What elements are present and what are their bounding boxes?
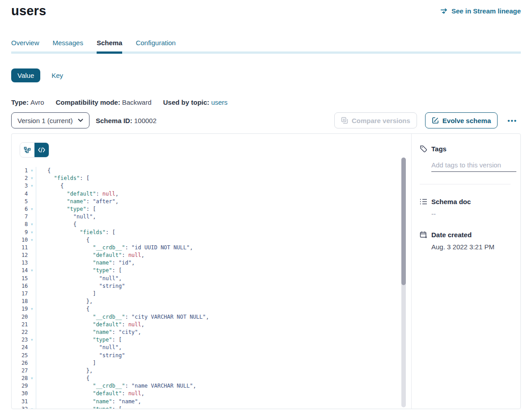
line-number: 8 [12,221,28,228]
line-number: 15 [12,275,28,282]
code-line: }, [47,298,209,305]
fold-arrow-icon[interactable]: ▾ [28,205,36,213]
editor-scrollbar-track[interactable] [401,158,406,407]
code-line: { [47,236,209,244]
tag-icon [420,145,427,153]
gutter-line: 28▾ [12,375,36,382]
fold-spacer [28,321,36,329]
tab-overview[interactable]: Overview [11,39,39,54]
gutter-line: 27 [12,367,36,375]
line-number: 21 [12,321,28,329]
fold-arrow-icon[interactable]: ▾ [28,229,36,236]
fold-spacer [28,390,36,397]
code-line: "type": [ [47,205,209,213]
editor-scrollbar-thumb[interactable] [401,158,406,285]
topic-link[interactable]: users [211,98,228,106]
tab-messages[interactable]: Messages [53,39,83,54]
line-number: 24 [12,344,28,351]
line-number: 16 [12,282,28,290]
line-number: 23 [12,336,28,344]
code-line: ] [47,359,209,367]
fold-spacer [28,213,36,221]
code-line: "__crdb__": "name VARCHAR NULL", [47,382,209,390]
fold-spacer [28,190,36,198]
code-line: "__crdb__": "id UUID NOT NULL", [47,244,209,252]
date-created-section: Date created Aug. 3 2022 3:21 PM [420,231,511,251]
schema-code-pane: 1▾2▾3▾456▾78▾9▾10▾11121314▾1516171819▾20… [12,134,411,409]
schema-meta-row: Type:Avro Compatibility mode:Backward Us… [11,98,521,106]
tree-view-icon [24,146,31,154]
fold-arrow-icon[interactable]: ▾ [28,221,36,228]
code-view-icon [38,147,45,153]
line-number: 26 [12,359,28,367]
gutter-line: 22 [12,329,36,336]
line-number: 27 [12,367,28,375]
evolve-schema-button[interactable]: Evolve schema [425,112,498,128]
tab-bar: Overview Messages Schema Configuration [11,39,521,54]
key-toggle-link[interactable]: Key [51,72,63,79]
chevron-down-icon [78,119,83,122]
code-line: "name": "name", [47,398,209,406]
date-created-value: Aug. 3 2022 3:21 PM [431,243,511,251]
line-number: 28 [12,375,28,382]
gutter-line: 10▾ [12,236,36,244]
tags-heading: Tags [420,145,511,153]
code-line: "default": null, [47,252,209,259]
fold-spacer [28,290,36,298]
more-actions-button[interactable]: ••• [504,115,521,126]
version-select[interactable]: Version 1 (current) [11,112,89,128]
fold-arrow-icon[interactable]: ▾ [28,375,36,382]
fold-arrow-icon[interactable]: ▾ [28,236,36,244]
gutter-line: 29 [12,382,36,390]
code-line: "type": [ [47,336,209,344]
gutter-line: 11 [12,244,36,252]
code-line: "default": null, [47,390,209,397]
gutter-line: 8▾ [12,221,36,228]
gutter-line: 25 [12,352,36,359]
evolve-schema-icon [432,117,439,124]
code-view-button[interactable] [34,143,49,157]
add-tags-input[interactable] [431,161,516,172]
line-number: 25 [12,352,28,359]
tab-schema[interactable]: Schema [97,39,123,54]
fold-arrow-icon[interactable]: ▾ [28,167,36,175]
line-number: 6 [12,205,28,213]
tab-configuration[interactable]: Configuration [136,39,175,54]
code-line: "null", [47,344,209,351]
list-icon [420,198,427,205]
code-line: { [47,167,209,175]
line-number: 9 [12,229,28,236]
fold-arrow-icon[interactable]: ▾ [28,336,36,344]
value-toggle-button[interactable]: Value [11,68,40,82]
code-line: "fields": [ [47,175,209,182]
fold-arrow-icon[interactable]: ▾ [28,267,36,274]
fold-spacer [28,198,36,205]
gutter-line: 16 [12,282,36,290]
page-title: users [11,4,46,18]
code-lines: { "fields": [ { "default": null, "name":… [36,167,209,409]
tree-view-button[interactable] [20,143,34,157]
line-number: 20 [12,313,28,321]
line-number: 18 [12,298,28,305]
fold-arrow-icon[interactable]: ▾ [28,305,36,313]
fold-spacer [28,398,36,406]
sidebar-divider [420,184,511,184]
schema-json-editor[interactable]: 1▾2▾3▾456▾78▾9▾10▾11121314▾1516171819▾20… [12,167,411,409]
gutter-line: 4 [12,190,36,198]
line-number: 11 [12,244,28,252]
gutter-line: 26 [12,359,36,367]
fold-arrow-icon[interactable]: ▾ [28,182,36,190]
fold-arrow-icon[interactable]: ▾ [28,406,36,409]
gutter-line: 3▾ [12,182,36,190]
date-created-heading: Date created [420,231,511,239]
code-line: "name": "after", [47,198,209,205]
code-line: ] [47,290,209,298]
used-by-topic-field: Used by topic:users [163,98,228,106]
gutter-line: 5 [12,198,36,205]
compare-versions-icon [341,117,348,124]
fold-arrow-icon[interactable]: ▾ [28,175,36,182]
see-in-stream-lineage-link[interactable]: See in Stream lineage [440,7,521,15]
code-line: "type": [ [47,267,209,274]
schema-sidebar: Tags Schema doc -- [411,134,520,409]
compare-versions-button[interactable]: Compare versions [334,112,417,128]
